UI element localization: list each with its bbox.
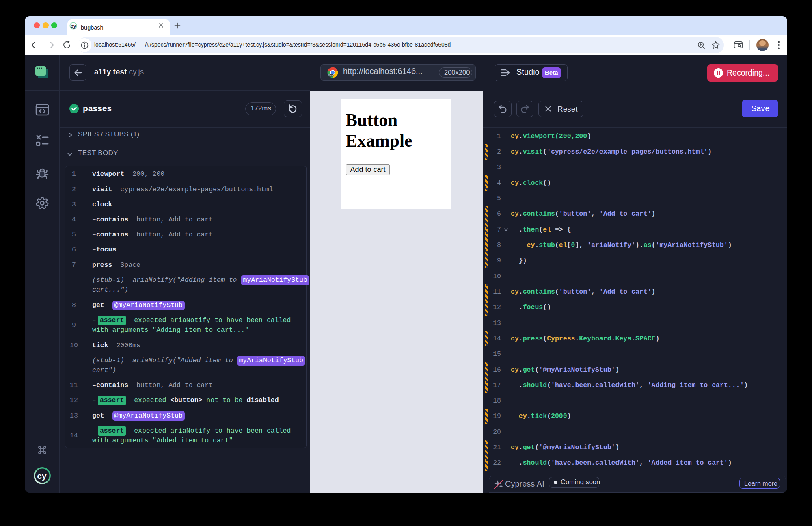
svg-text:Beta: Beta [328, 74, 333, 76]
svg-text:cy: cy [71, 23, 76, 29]
svg-text:cy: cy [37, 471, 47, 481]
